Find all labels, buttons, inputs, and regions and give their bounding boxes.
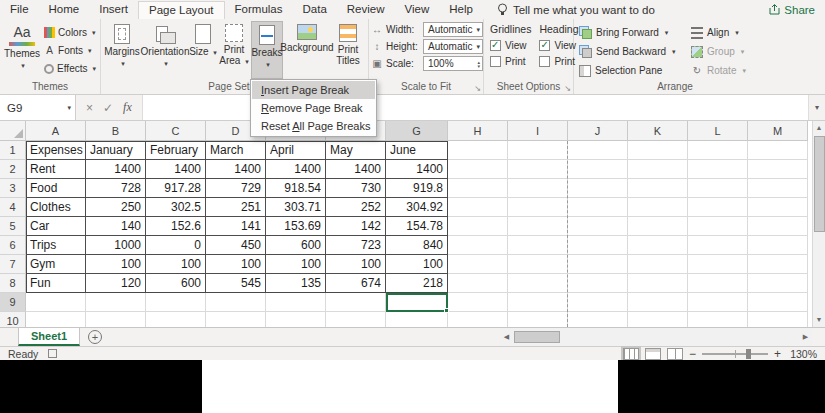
cell-B4[interactable]: 250 xyxy=(86,198,146,217)
cell-D7[interactable]: 100 xyxy=(206,255,266,274)
cell-K3[interactable] xyxy=(628,179,688,198)
cell-L3[interactable] xyxy=(688,179,748,198)
scale-spinner[interactable]: 100%▴▾ xyxy=(423,56,483,71)
cell-E1[interactable]: April xyxy=(266,141,326,160)
cell-J9[interactable] xyxy=(568,293,628,312)
group-button[interactable]: Group▾ xyxy=(688,43,749,60)
rotate-button[interactable]: ↻Rotate▾ xyxy=(688,62,749,79)
column-header-m[interactable]: M xyxy=(748,121,808,141)
cell-D4[interactable]: 251 xyxy=(206,198,266,217)
cell-D1[interactable]: March xyxy=(206,141,266,160)
themes-button[interactable]: Aa Themes ▾ xyxy=(2,21,42,79)
vertical-scrollbar-thumb[interactable] xyxy=(814,136,825,232)
cell-A9[interactable] xyxy=(26,293,86,312)
row-header-1[interactable]: 1 xyxy=(0,141,26,160)
cell-K5[interactable] xyxy=(628,217,688,236)
cell-E8[interactable]: 135 xyxy=(266,274,326,293)
tell-me-box[interactable]: Tell me what you want to do xyxy=(497,3,655,16)
cell-D3[interactable]: 729 xyxy=(206,179,266,198)
cell-I9[interactable] xyxy=(508,293,568,312)
cell-L8[interactable] xyxy=(688,274,748,293)
horizontal-scrollbar-thumb[interactable] xyxy=(514,331,560,343)
cell-G6[interactable]: 840 xyxy=(386,236,448,255)
cancel-formula-icon[interactable]: × xyxy=(86,101,93,115)
cell-M4[interactable] xyxy=(748,198,808,217)
row-header-7[interactable]: 7 xyxy=(0,255,26,274)
cell-M10[interactable] xyxy=(748,312,808,327)
cell-A6[interactable]: Trips xyxy=(26,236,86,255)
cell-C3[interactable]: 917.28 xyxy=(146,179,206,198)
cell-L4[interactable] xyxy=(688,198,748,217)
cell-I2[interactable] xyxy=(508,160,568,179)
scroll-down-icon[interactable]: ▼ xyxy=(813,313,825,327)
row-header-6[interactable]: 6 xyxy=(0,236,26,255)
width-combobox[interactable]: Automatic▾ xyxy=(423,22,483,37)
fill-handle[interactable] xyxy=(444,308,449,313)
cell-L2[interactable] xyxy=(688,160,748,179)
print-titles-button[interactable]: Print Titles xyxy=(331,21,365,79)
cell-H9[interactable] xyxy=(448,293,508,312)
cell-M1[interactable] xyxy=(748,141,808,160)
cell-H8[interactable] xyxy=(448,274,508,293)
formula-input[interactable] xyxy=(143,95,808,120)
scroll-up-icon[interactable]: ▲ xyxy=(813,121,825,135)
cell-F4[interactable]: 252 xyxy=(326,198,386,217)
bring-forward-button[interactable]: Bring Forward▾ xyxy=(576,24,688,41)
cell-B6[interactable]: 1000 xyxy=(86,236,146,255)
cell-A10[interactable] xyxy=(26,312,86,327)
cell-I8[interactable] xyxy=(508,274,568,293)
new-sheet-icon[interactable]: + xyxy=(88,330,102,344)
column-header-c[interactable]: C xyxy=(146,121,206,141)
ribbon-tab-review[interactable]: Review xyxy=(337,1,395,18)
cell-A1[interactable]: Expenses xyxy=(26,141,86,160)
cell-I4[interactable] xyxy=(508,198,568,217)
cell-K8[interactable] xyxy=(628,274,688,293)
row-header-2[interactable]: 2 xyxy=(0,160,26,179)
cell-E5[interactable]: 153.69 xyxy=(266,217,326,236)
gridlines-print-checkbox[interactable]: Print xyxy=(490,54,531,68)
cell-L5[interactable] xyxy=(688,217,748,236)
cell-M8[interactable] xyxy=(748,274,808,293)
name-box[interactable]: G9▾ xyxy=(0,95,76,120)
cell-K1[interactable] xyxy=(628,141,688,160)
cell-E9[interactable] xyxy=(266,293,326,312)
column-header-a[interactable]: A xyxy=(26,121,86,141)
cell-J1[interactable] xyxy=(568,141,628,160)
menu-item-insert-page-break[interactable]: Insert Page Break xyxy=(252,81,375,99)
ribbon-tab-help[interactable]: Help xyxy=(439,1,483,18)
vertical-scrollbar[interactable]: ▲ ▼ xyxy=(812,121,825,327)
cell-D8[interactable]: 545 xyxy=(206,274,266,293)
cell-B9[interactable] xyxy=(86,293,146,312)
colors-button[interactable]: Colors▾ xyxy=(42,25,98,40)
ribbon-tab-insert[interactable]: Insert xyxy=(89,1,138,18)
cell-G7[interactable]: 100 xyxy=(386,255,448,274)
cell-F1[interactable]: May xyxy=(326,141,386,160)
ribbon-tab-page-layout[interactable]: Page Layout xyxy=(138,1,225,19)
cell-A3[interactable]: Food xyxy=(26,179,86,198)
macro-record-icon[interactable] xyxy=(48,349,57,358)
breaks-button[interactable]: Breaks ▾ xyxy=(251,21,283,79)
cell-G10[interactable] xyxy=(386,312,448,327)
cell-B7[interactable]: 100 xyxy=(86,255,146,274)
effects-button[interactable]: Effects▾ xyxy=(42,61,98,76)
cell-K7[interactable] xyxy=(628,255,688,274)
cell-C8[interactable]: 600 xyxy=(146,274,206,293)
select-all-corner[interactable] xyxy=(0,121,26,141)
scale-to-fit-dialog-launcher[interactable]: ↘ xyxy=(474,84,481,93)
cell-B1[interactable]: January xyxy=(86,141,146,160)
cell-A7[interactable]: Gym xyxy=(26,255,86,274)
cell-J10[interactable] xyxy=(568,312,628,327)
cell-F3[interactable]: 730 xyxy=(326,179,386,198)
cell-I1[interactable] xyxy=(508,141,568,160)
cell-H10[interactable] xyxy=(448,312,508,327)
cell-B10[interactable] xyxy=(86,312,146,327)
cell-M6[interactable] xyxy=(748,236,808,255)
cell-B8[interactable]: 120 xyxy=(86,274,146,293)
size-button[interactable]: Size ▾ xyxy=(189,21,217,79)
cell-J8[interactable] xyxy=(568,274,628,293)
column-header-i[interactable]: I xyxy=(508,121,568,141)
enter-formula-icon[interactable]: ✓ xyxy=(103,101,113,115)
cell-A5[interactable]: Car xyxy=(26,217,86,236)
cell-L1[interactable] xyxy=(688,141,748,160)
row-header-8[interactable]: 8 xyxy=(0,274,26,293)
